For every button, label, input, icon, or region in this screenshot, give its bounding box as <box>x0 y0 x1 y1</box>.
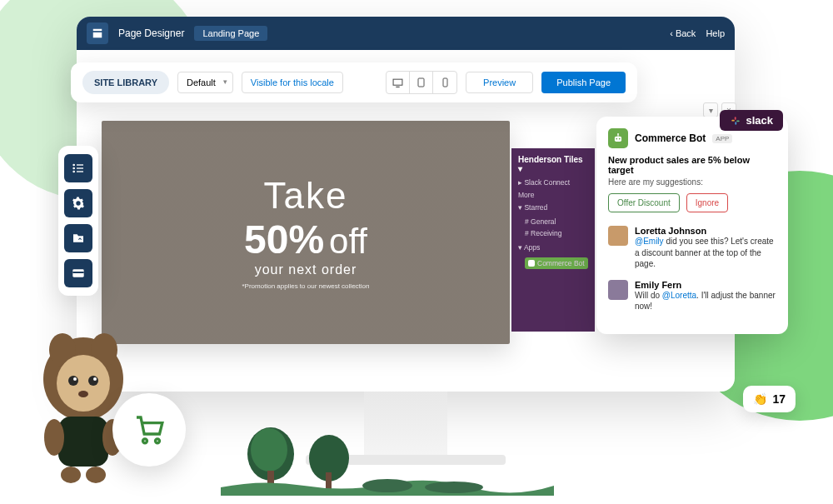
clap-reaction[interactable]: 👏 17 <box>743 386 796 412</box>
slack-logo-badge: slack <box>720 110 783 131</box>
svg-point-10 <box>72 171 75 173</box>
apps-label: Apps <box>524 243 540 252</box>
slack-panel: slack Commerce Bot APP New product sales… <box>596 117 788 334</box>
side-tools <box>58 146 98 296</box>
message-emily: Emily Fern Will do @Loretta. I'll adjust… <box>608 280 776 312</box>
card-icon[interactable] <box>64 259 92 287</box>
desktop-icon[interactable] <box>387 72 410 93</box>
svg-rect-0 <box>93 29 102 31</box>
svg-point-8 <box>72 167 75 170</box>
promo-percent: 50% <box>244 217 324 262</box>
app-logo-icon <box>87 22 108 44</box>
mention[interactable]: @Loretta <box>662 291 696 300</box>
site-library-button[interactable]: SITE LIBRARY <box>82 71 169 94</box>
msg-author: Emily Fern <box>635 280 776 290</box>
more-link[interactable]: More <box>518 191 588 199</box>
cart-icon <box>132 413 166 447</box>
svg-point-39 <box>93 377 97 381</box>
preview-button[interactable]: Preview <box>466 72 533 93</box>
tab-landing-page[interactable]: Landing Page <box>194 26 267 41</box>
back-button[interactable]: ‹ Back <box>670 28 696 38</box>
app-tag: APP <box>712 134 732 143</box>
workspace-name[interactable]: Henderson Tiles ▾ <box>518 155 588 173</box>
svg-point-42 <box>44 419 64 456</box>
msg-text-part: Will do <box>635 291 662 300</box>
mention[interactable]: @Emily <box>635 237 664 246</box>
ignore-button[interactable]: Ignore <box>686 193 728 212</box>
gear-icon[interactable] <box>64 189 92 217</box>
list-icon[interactable] <box>64 154 92 182</box>
receiving-label: Receiving <box>531 229 561 237</box>
publish-button[interactable]: Publish Page <box>541 72 626 93</box>
clap-count: 17 <box>772 392 786 406</box>
svg-rect-17 <box>736 122 737 125</box>
svg-point-45 <box>86 467 106 483</box>
svg-point-20 <box>619 138 621 140</box>
offer-discount-button[interactable]: Offer Discount <box>608 193 680 212</box>
starred-label: Starred <box>524 203 547 212</box>
msg-author: Loretta Johnson <box>635 226 776 236</box>
promo-discount: 50%off <box>244 217 367 262</box>
folder-icon[interactable] <box>64 224 92 252</box>
svg-point-38 <box>73 377 77 381</box>
svg-rect-4 <box>418 78 424 87</box>
svg-point-26 <box>251 428 287 472</box>
cart-badge <box>112 393 186 467</box>
svg-point-37 <box>88 376 98 386</box>
promo-take: Take <box>264 175 348 217</box>
msg-body: Will do @Loretta. I'll adjust the banner… <box>635 290 776 312</box>
device-toggle <box>386 71 457 94</box>
app-commerce-bot[interactable]: Commerce Bot <box>518 256 588 271</box>
svg-rect-13 <box>72 272 83 273</box>
svg-rect-5 <box>443 78 447 87</box>
tablet-icon[interactable] <box>410 72 433 93</box>
bot-header: Commerce Bot APP <box>608 128 776 148</box>
bot-icon <box>528 260 535 267</box>
starred-section[interactable]: ▾ Starred <box>518 203 588 212</box>
channel-general[interactable]: # General <box>518 216 588 227</box>
toolbar: SITE LIBRARY Default Visible for this lo… <box>71 62 637 102</box>
apps-section[interactable]: ▾ Apps <box>518 243 588 252</box>
svg-point-36 <box>68 376 78 386</box>
msg-body: @Emily did you see this? Let's create a … <box>635 236 776 270</box>
avatar <box>608 226 628 246</box>
trees-illustration <box>221 421 554 496</box>
slack-text: slack <box>746 114 773 127</box>
general-label: General <box>531 217 556 226</box>
suggestion-text: Here are my suggestions: <box>608 177 776 187</box>
mobile-icon[interactable] <box>433 72 456 93</box>
svg-rect-16 <box>735 117 736 120</box>
slack-icon <box>730 115 741 127</box>
visibility-dropdown[interactable]: Visible for this locale <box>242 72 343 93</box>
promo-fineprint: *Promotion applies to our newest collect… <box>242 282 370 290</box>
svg-point-30 <box>362 479 412 492</box>
alert-text: New product sales are 5% below target <box>608 155 776 175</box>
default-dropdown[interactable]: Default <box>177 72 233 93</box>
svg-point-35 <box>57 355 110 412</box>
svg-rect-7 <box>77 164 83 165</box>
avatar <box>608 280 628 300</box>
help-link[interactable]: Help <box>706 28 725 38</box>
svg-rect-2 <box>393 79 402 85</box>
svg-point-19 <box>616 138 617 140</box>
dropdown-icon[interactable]: ▾ <box>703 102 718 117</box>
svg-point-44 <box>61 467 81 483</box>
svg-rect-18 <box>615 137 621 142</box>
svg-point-6 <box>72 164 75 167</box>
clap-icon: 👏 <box>753 392 767 406</box>
channel-receiving[interactable]: # Receiving <box>518 227 588 239</box>
promo-off: off <box>329 222 367 261</box>
svg-rect-9 <box>77 167 83 168</box>
bot-avatar-icon <box>608 128 628 148</box>
slack-connect[interactable]: ▸ Slack Connect <box>518 178 588 187</box>
slack-connect-label: Slack Connect <box>524 178 570 187</box>
page-title: Page Designer <box>118 27 184 39</box>
slack-sidebar: Henderson Tiles ▾ ▸ Slack Connect More ▾… <box>511 148 595 332</box>
svg-point-23 <box>143 439 147 443</box>
svg-rect-41 <box>58 417 108 467</box>
svg-rect-29 <box>326 472 332 491</box>
promo-subtitle: your next order <box>255 262 357 277</box>
bot-label: Commerce Bot <box>537 259 585 267</box>
svg-rect-15 <box>737 120 741 122</box>
svg-rect-1 <box>93 32 102 37</box>
